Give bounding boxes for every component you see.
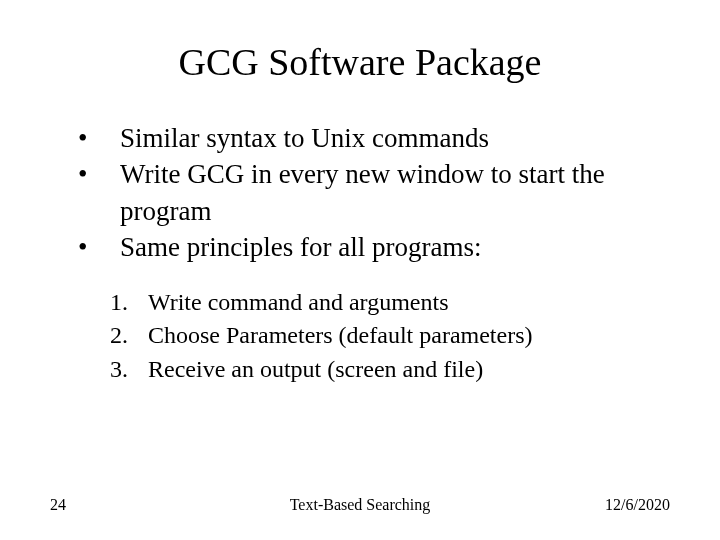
list-item: 1. Write command and arguments — [110, 286, 670, 320]
number-marker: 1. — [110, 286, 148, 320]
list-item: • Similar syntax to Unix commands — [70, 120, 670, 156]
bullet-text: Write GCG in every new window to start t… — [120, 156, 670, 229]
bullet-icon: • — [70, 120, 120, 156]
bullet-icon: • — [70, 229, 120, 265]
bullet-icon: • — [70, 156, 120, 192]
number-marker: 2. — [110, 319, 148, 353]
numbered-text: Write command and arguments — [148, 286, 670, 320]
bullet-list: • Similar syntax to Unix commands • Writ… — [70, 120, 670, 266]
bullet-text: Same principles for all programs: — [120, 229, 670, 265]
numbered-text: Choose Parameters (default parameters) — [148, 319, 670, 353]
bullet-text: Similar syntax to Unix commands — [120, 120, 670, 156]
footer-title: Text-Based Searching — [290, 496, 431, 514]
numbered-list: 1. Write command and arguments 2. Choose… — [110, 286, 670, 387]
footer-date: 12/6/2020 — [605, 496, 670, 514]
footer: 24 Text-Based Searching 12/6/2020 — [50, 496, 670, 514]
list-item: 3. Receive an output (screen and file) — [110, 353, 670, 387]
numbered-text: Receive an output (screen and file) — [148, 353, 670, 387]
slide-title: GCG Software Package — [50, 40, 670, 84]
list-item: 2. Choose Parameters (default parameters… — [110, 319, 670, 353]
list-item: • Write GCG in every new window to start… — [70, 156, 670, 229]
number-marker: 3. — [110, 353, 148, 387]
page-number: 24 — [50, 496, 66, 514]
list-item: • Same principles for all programs: — [70, 229, 670, 265]
